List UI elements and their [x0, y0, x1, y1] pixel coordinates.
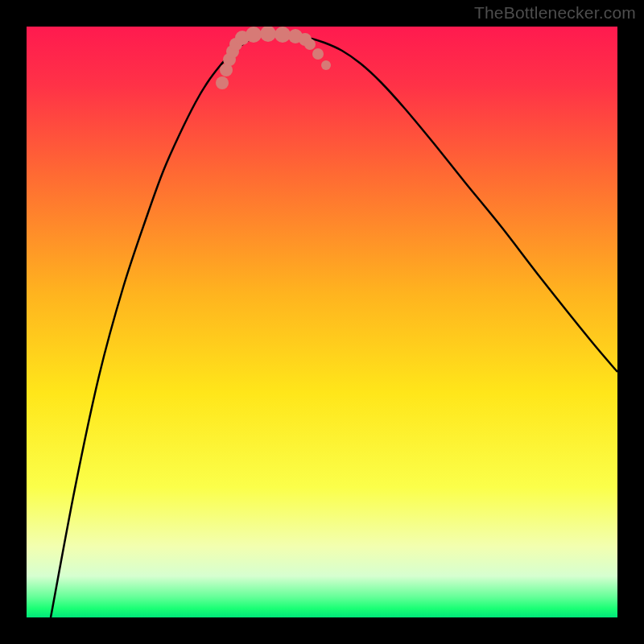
marker-dot: [275, 27, 291, 43]
chart-svg: [27, 27, 617, 617]
marker-dot: [304, 39, 316, 50]
plot-area: [27, 27, 617, 617]
watermark-text: TheBottlenecker.com: [474, 3, 636, 23]
marker-dot: [312, 48, 324, 60]
gradient-background: [27, 27, 617, 617]
marker-dot: [321, 60, 331, 70]
chart-frame: TheBottlenecker.com: [0, 0, 644, 644]
marker-dot: [246, 27, 262, 43]
marker-dot: [216, 76, 229, 89]
